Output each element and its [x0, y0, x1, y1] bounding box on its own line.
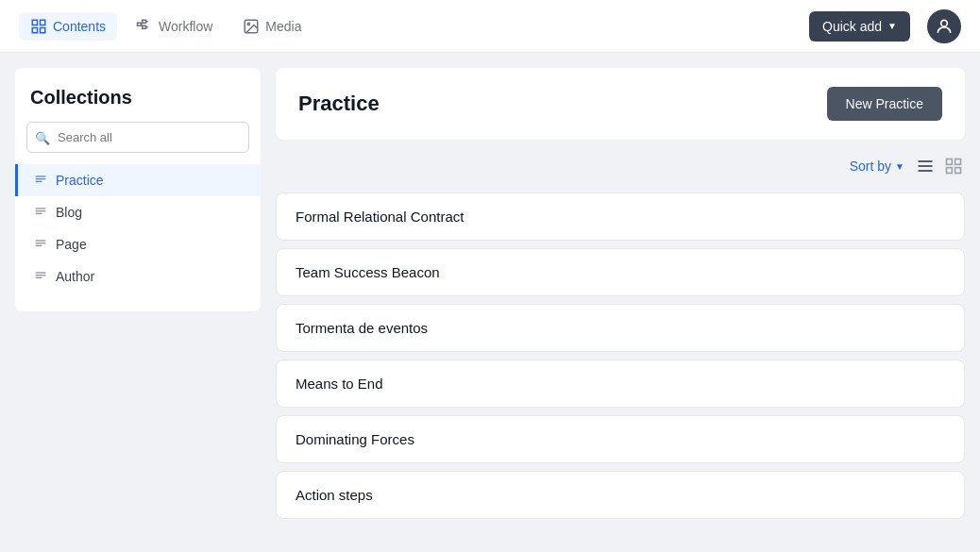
blog-icon: [33, 205, 48, 220]
sidebar-item-practice[interactable]: Practice: [15, 164, 261, 196]
svg-point-12: [941, 20, 948, 26]
sidebar-search-container: 🔍: [26, 122, 249, 153]
sidebar-item-blog[interactable]: Blog: [15, 196, 261, 228]
nav-tab-media[interactable]: Media: [231, 12, 313, 41]
svg-rect-4: [138, 23, 142, 25]
nav-tab-contents-label: Contents: [53, 19, 106, 34]
content-toolbar: Sort by ▼: [276, 151, 965, 181]
list-item[interactable]: Dominating Forces: [276, 415, 965, 463]
list-item[interactable]: Formal Relational Contract: [276, 192, 965, 241]
svg-rect-29: [955, 159, 961, 165]
svg-rect-2: [32, 27, 37, 32]
new-practice-button[interactable]: New Practice: [827, 87, 942, 121]
grid-view-button[interactable]: [942, 155, 965, 177]
sort-chevron-icon: ▼: [895, 161, 904, 172]
user-icon: [935, 17, 954, 36]
sidebar-title: Collections: [15, 87, 261, 122]
items-list: Formal Relational ContractTeam Success B…: [276, 192, 965, 519]
contents-icon: [30, 18, 47, 35]
search-input[interactable]: [26, 122, 249, 153]
list-item[interactable]: Team Success Beacon: [276, 248, 965, 296]
sidebar-item-author-label: Author: [56, 269, 94, 284]
content-area: Practice New Practice Sort by ▼: [276, 68, 965, 537]
user-avatar[interactable]: [927, 9, 961, 43]
main-layout: Collections 🔍 Practice Blog: [0, 53, 980, 552]
sidebar-item-author[interactable]: Author: [15, 260, 261, 293]
page-title: Practice: [298, 92, 380, 116]
author-icon: [33, 269, 48, 284]
quick-add-button[interactable]: Quick add ▼: [809, 11, 910, 42]
top-navigation: Contents Workflow Media Quick add ▼: [0, 0, 980, 53]
svg-point-11: [248, 23, 250, 25]
svg-rect-1: [41, 20, 45, 25]
chevron-down-icon: ▼: [887, 21, 897, 31]
page-icon: [33, 237, 48, 252]
list-item[interactable]: Means to End: [276, 360, 965, 408]
nav-tab-workflow[interactable]: Workflow: [125, 12, 224, 41]
content-header: Practice New Practice: [276, 68, 965, 140]
quick-add-label: Quick add: [822, 19, 882, 34]
workflow-icon: [136, 18, 153, 35]
media-icon: [243, 18, 260, 35]
list-view-button[interactable]: [914, 155, 937, 177]
nav-tab-media-label: Media: [265, 19, 301, 34]
search-icon: 🔍: [35, 130, 50, 144]
svg-rect-30: [947, 168, 953, 174]
svg-rect-28: [947, 159, 953, 165]
nav-tab-contents[interactable]: Contents: [19, 12, 117, 41]
list-view-icon: [916, 157, 935, 176]
svg-rect-5: [143, 20, 146, 23]
sidebar-item-practice-label: Practice: [56, 173, 104, 188]
sidebar: Collections 🔍 Practice Blog: [15, 68, 261, 311]
sort-by-label: Sort by: [850, 159, 891, 174]
svg-rect-0: [32, 20, 37, 25]
list-item[interactable]: Action steps: [276, 471, 965, 519]
sort-by-button[interactable]: Sort by ▼: [850, 159, 904, 174]
svg-rect-31: [955, 168, 961, 174]
sidebar-item-blog-label: Blog: [56, 205, 82, 220]
practice-icon: [33, 173, 48, 188]
grid-view-icon: [944, 157, 963, 176]
svg-rect-3: [41, 27, 45, 32]
sidebar-item-page[interactable]: Page: [15, 228, 261, 260]
view-toggle: [914, 155, 965, 177]
svg-rect-6: [143, 25, 146, 28]
sidebar-item-page-label: Page: [56, 237, 87, 252]
list-item[interactable]: Tormenta de eventos: [276, 304, 965, 352]
nav-tab-workflow-label: Workflow: [159, 19, 212, 34]
